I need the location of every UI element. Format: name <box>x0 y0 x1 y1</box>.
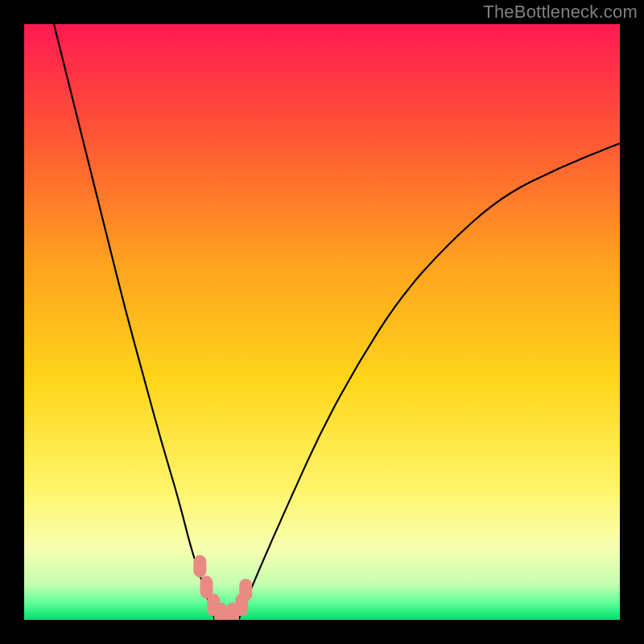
chart-frame: TheBottleneck.com <box>0 0 644 644</box>
marker-0 <box>193 555 206 577</box>
marker-6 <box>239 579 252 601</box>
gradient-background <box>24 24 620 620</box>
bottleneck-plot <box>24 24 620 620</box>
watermark-text: TheBottleneck.com <box>483 2 638 23</box>
marker-3 <box>214 603 227 620</box>
